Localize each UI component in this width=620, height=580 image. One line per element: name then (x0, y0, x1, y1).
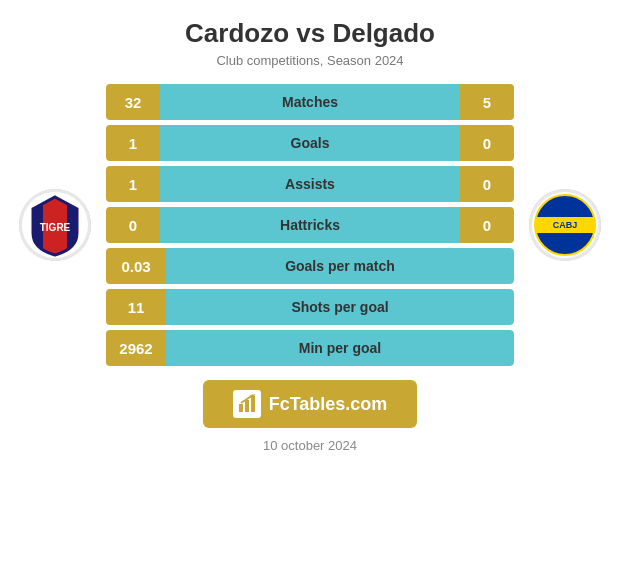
fctables-icon (233, 390, 261, 418)
stats-area: 32Matches51Goals01Assists00Hattricks00.0… (100, 84, 520, 366)
stat-bar: Min per goal (166, 330, 514, 366)
stat-value-left: 1 (106, 166, 160, 202)
page-wrapper: Cardozo vs Delgado Club competitions, Se… (0, 0, 620, 580)
tigre-badge: TIGRE (19, 189, 91, 261)
stat-row: 2962Min per goal (106, 330, 514, 366)
stat-label: Min per goal (166, 340, 514, 356)
stat-value-left: 11 (106, 289, 166, 325)
stat-label: Shots per goal (166, 299, 514, 315)
footer-date: 10 october 2024 (263, 438, 357, 453)
page-title: Cardozo vs Delgado (0, 18, 620, 49)
stat-label: Assists (160, 176, 460, 192)
stat-row: 0.03Goals per match (106, 248, 514, 284)
team-logo-left: TIGRE (10, 189, 100, 261)
stat-row: 11Shots per goal (106, 289, 514, 325)
stat-value-left: 1 (106, 125, 160, 161)
fctables-banner: FcTables.com (203, 380, 418, 428)
stat-value-right: 0 (460, 166, 514, 202)
stat-label: Goals (160, 135, 460, 151)
svg-text:CABJ: CABJ (553, 220, 578, 230)
content-area: TIGRE 32Matches51Goals01Assists00Hattric… (0, 74, 620, 366)
header: Cardozo vs Delgado Club competitions, Se… (0, 0, 620, 74)
svg-rect-9 (239, 404, 243, 412)
stat-bar: Assists (160, 166, 460, 202)
stat-value-right: 0 (460, 125, 514, 161)
stat-bar: Hattricks (160, 207, 460, 243)
stat-value-left: 32 (106, 84, 160, 120)
boca-badge: CABJ (529, 189, 601, 261)
stat-value-right: 0 (460, 207, 514, 243)
stat-value-left: 0.03 (106, 248, 166, 284)
stat-value-right: 5 (460, 84, 514, 120)
stat-row: 1Assists0 (106, 166, 514, 202)
subtitle: Club competitions, Season 2024 (0, 53, 620, 68)
stat-bar: Goals (160, 125, 460, 161)
stat-label: Hattricks (160, 217, 460, 233)
stat-bar: Matches (160, 84, 460, 120)
stat-row: 1Goals0 (106, 125, 514, 161)
stat-label: Matches (160, 94, 460, 110)
stat-bar: Goals per match (166, 248, 514, 284)
stat-bar: Shots per goal (166, 289, 514, 325)
fctables-text: FcTables.com (269, 394, 388, 415)
stat-value-left: 0 (106, 207, 160, 243)
stat-label: Goals per match (166, 258, 514, 274)
stat-row: 0Hattricks0 (106, 207, 514, 243)
stat-row: 32Matches5 (106, 84, 514, 120)
stat-value-left: 2962 (106, 330, 166, 366)
svg-rect-10 (245, 400, 249, 412)
team-logo-right: CABJ (520, 189, 610, 261)
svg-text:TIGRE: TIGRE (40, 222, 71, 233)
